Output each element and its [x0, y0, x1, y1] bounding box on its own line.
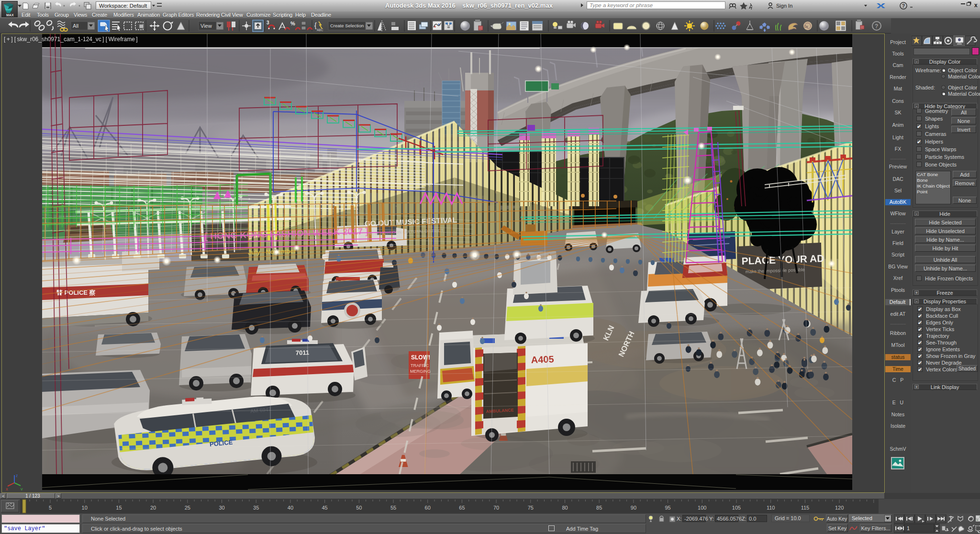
- svg-text:7011: 7011: [296, 349, 310, 356]
- svg-text:60: 60: [425, 505, 431, 511]
- svg-text:ABC: ABC: [317, 28, 323, 32]
- svg-text:120: 120: [835, 505, 844, 511]
- svg-text:95: 95: [665, 505, 670, 511]
- svg-text:All: All: [73, 23, 78, 29]
- svg-text:?: ?: [875, 23, 878, 30]
- svg-text:Sign In: Sign In: [776, 3, 792, 9]
- svg-text:65: 65: [459, 505, 465, 511]
- svg-text:View: View: [200, 23, 212, 29]
- svg-text:25: 25: [185, 505, 190, 511]
- svg-text:85: 85: [596, 505, 602, 511]
- svg-text:?: ?: [902, 3, 905, 9]
- svg-text:x: x: [6, 487, 8, 490]
- svg-text:5: 5: [49, 505, 52, 511]
- svg-text:55: 55: [390, 505, 396, 511]
- svg-text:50: 50: [356, 505, 362, 511]
- svg-text:20: 20: [150, 505, 156, 511]
- svg-text:0x: 0x: [804, 25, 808, 28]
- svg-text:y: y: [21, 487, 23, 490]
- svg-text:100: 100: [698, 505, 706, 511]
- svg-text:TRAFFIC: TRAFFIC: [411, 363, 429, 368]
- svg-text:10: 10: [82, 505, 88, 511]
- svg-text:35: 35: [253, 505, 259, 511]
- svg-text:75: 75: [528, 505, 534, 511]
- svg-text:z: z: [16, 473, 18, 478]
- svg-text:40: 40: [288, 505, 293, 511]
- svg-text:%: %: [290, 21, 295, 26]
- svg-text:105: 105: [732, 505, 741, 511]
- svg-text:110: 110: [767, 505, 775, 511]
- svg-text:MERGING: MERGING: [410, 369, 431, 374]
- svg-text:45: 45: [322, 505, 327, 511]
- svg-text:1: 1: [907, 525, 910, 531]
- svg-text:3: 3: [267, 20, 269, 25]
- svg-text:90: 90: [631, 505, 636, 511]
- svg-text:MAX: MAX: [6, 13, 14, 17]
- svg-text:30: 30: [219, 505, 224, 511]
- svg-text:A405: A405: [531, 354, 554, 365]
- svg-text:80: 80: [562, 505, 568, 511]
- svg-text:115: 115: [801, 505, 810, 511]
- svg-text:70: 70: [493, 505, 499, 511]
- svg-text:15: 15: [116, 505, 122, 511]
